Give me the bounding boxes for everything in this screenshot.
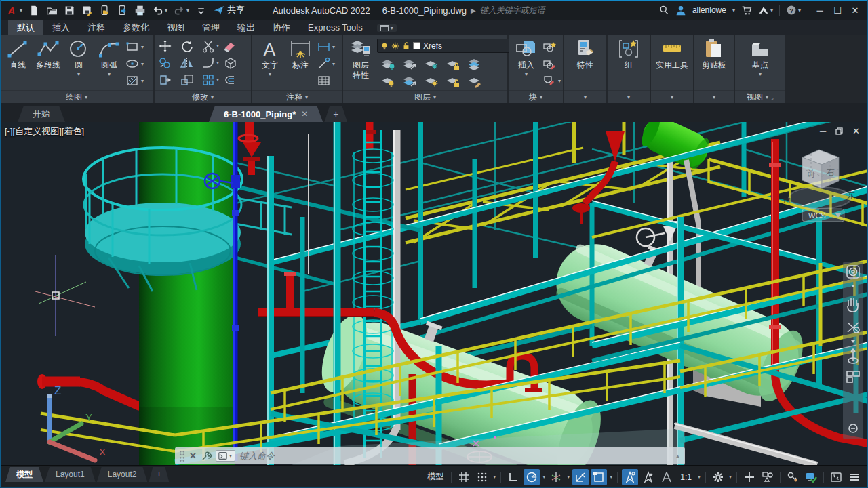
share-button[interactable]: 共享 <box>213 4 245 16</box>
erase-button[interactable] <box>223 39 245 53</box>
ribbon-tab-home[interactable]: 默认 <box>8 20 43 35</box>
user-avatar-icon[interactable] <box>675 5 686 16</box>
help-button[interactable]: ?▾ <box>786 5 801 16</box>
circle-button[interactable]: 圆 ▾ <box>64 37 93 80</box>
viewport-minimize-icon[interactable]: ─ <box>820 126 826 136</box>
scale-button[interactable] <box>180 73 201 87</box>
model-space-button[interactable]: 模型 <box>424 469 447 485</box>
copy-button[interactable] <box>158 56 180 70</box>
ribbon-tab-collaborate[interactable]: 协作 <box>264 20 299 35</box>
rotate-button[interactable] <box>180 39 201 53</box>
chevron-down-icon[interactable]: ▾ <box>609 474 613 480</box>
model-tab[interactable]: 模型 <box>5 467 43 482</box>
ribbon-tab-manage[interactable]: 管理 <box>193 20 229 35</box>
layer-properties-button[interactable]: 图层 特性 <box>347 37 375 81</box>
new-layout-button[interactable]: + <box>149 467 169 482</box>
panel-clipboard-footer[interactable]: ▾ <box>694 90 734 103</box>
command-input[interactable]: 键入命令 <box>239 450 275 462</box>
edit-block-button[interactable] <box>542 56 561 72</box>
qat-customize-button[interactable] <box>195 5 207 16</box>
base-view-button[interactable]: 基点 ▾ <box>746 37 774 80</box>
trim-button[interactable]: ▾ <box>201 39 223 53</box>
close-button[interactable]: ✕ <box>846 5 864 16</box>
ribbon-tab-express[interactable]: Express Tools <box>299 20 372 35</box>
object-snap-toggle[interactable] <box>591 469 607 485</box>
save-button[interactable] <box>64 5 75 16</box>
group-button[interactable]: 组 <box>614 37 643 70</box>
new-file-button[interactable] <box>28 5 40 16</box>
redo-button[interactable]: ▾ <box>174 5 189 16</box>
layer-on-off-button[interactable] <box>380 75 395 88</box>
save-as-button[interactable] <box>81 5 93 16</box>
plot-button[interactable] <box>134 5 146 16</box>
dimension-button[interactable]: 标注 <box>286 37 315 70</box>
text-button[interactable]: A 文字 ▾ <box>256 37 284 80</box>
panel-view-footer[interactable]: 视图▾⌟ <box>735 90 785 103</box>
linear-dimension-button[interactable]: ▾ <box>317 39 335 55</box>
viewport-restore-icon[interactable] <box>835 127 843 135</box>
panel-block-footer[interactable]: 块▾ <box>509 90 563 103</box>
maximize-button[interactable]: ☐ <box>829 5 846 16</box>
grid-display-toggle[interactable] <box>456 469 472 485</box>
3d-object-snap-toggle[interactable] <box>622 469 638 485</box>
chevron-down-icon[interactable]: ▾ <box>492 474 496 480</box>
minimize-button[interactable]: ─ <box>811 5 829 16</box>
panel-launcher-icon[interactable]: ⌟ <box>771 94 774 100</box>
customize-statusbar-button[interactable] <box>846 469 863 485</box>
block-attributes-button[interactable]: ▾ <box>542 73 561 89</box>
ellipse-button[interactable]: ▾ <box>125 56 144 72</box>
measure-button[interactable]: 实用工具 <box>654 37 690 70</box>
app-store-cart-icon[interactable] <box>741 5 752 16</box>
layer-match-button[interactable] <box>467 58 482 71</box>
ortho-toggle[interactable] <box>505 469 521 485</box>
panel-properties-footer[interactable]: ▾ <box>564 90 606 103</box>
ribbon-tab-output[interactable]: 输出 <box>229 20 264 35</box>
layer-freeze-button[interactable] <box>424 58 439 71</box>
line-button[interactable]: 直线 <box>3 37 32 70</box>
layer-change-button[interactable] <box>402 75 417 88</box>
command-history-arrow-icon[interactable]: ▲ <box>675 453 681 460</box>
chevron-down-icon[interactable]: ▾ <box>269 70 271 79</box>
panel-utilities-footer[interactable]: ▾ <box>651 90 693 103</box>
user-name[interactable]: allenlowe <box>692 5 726 15</box>
array-button[interactable]: ▾ <box>201 73 223 87</box>
table-button[interactable] <box>317 73 335 89</box>
move-button[interactable] <box>158 39 180 53</box>
layer-walk-button[interactable] <box>467 75 482 88</box>
command-line[interactable]: ✕ ▾ 键入命令 ▲ <box>175 447 685 464</box>
dynamic-input-toggle[interactable] <box>640 469 656 485</box>
search-icon[interactable] <box>658 5 669 16</box>
app-menu-button[interactable]: A ▾ <box>7 5 22 16</box>
chevron-down-icon[interactable]: ▾ <box>77 70 80 79</box>
object-snap-tracking-toggle[interactable] <box>572 469 589 485</box>
layer-select-combo[interactable]: Xrefs ▾ <box>377 39 524 53</box>
leader-button[interactable]: ▾ <box>317 56 335 72</box>
undo-button[interactable]: ▾ <box>152 5 167 16</box>
isolate-objects-button[interactable] <box>760 469 776 485</box>
ribbon-display-toggle[interactable]: ▾ <box>377 24 397 32</box>
layer-lock-button[interactable] <box>446 58 460 71</box>
model-scene[interactable]: Z Y X 南 东 前 右 WCS <box>0 122 868 465</box>
chevron-down-icon[interactable]: ▾ <box>566 474 570 480</box>
chevron-down-icon[interactable]: ▾ <box>542 474 546 480</box>
chevron-down-icon[interactable]: ▾ <box>525 70 528 79</box>
arc-button[interactable]: 圆弧 ▾ <box>95 37 123 80</box>
chevron-down-icon[interactable]: ▾ <box>108 70 111 79</box>
layout1-tab[interactable]: Layout1 <box>45 467 96 482</box>
panel-layers-footer[interactable]: 图层▾ <box>343 90 507 103</box>
annotation-monitor-button[interactable] <box>741 469 757 485</box>
navigation-bar[interactable] <box>843 262 863 439</box>
panel-draw-footer[interactable]: 绘图▾ <box>0 90 153 103</box>
ribbon-tab-annotate[interactable]: 注释 <box>79 20 114 35</box>
file-tab-start[interactable]: 开始 <box>18 106 65 122</box>
clean-screen-button[interactable] <box>828 469 844 485</box>
command-close-icon[interactable]: ✕ <box>189 451 197 461</box>
wcs-dropdown[interactable]: WCS <box>808 211 826 220</box>
viewport-close-icon[interactable]: ✕ <box>852 126 860 136</box>
search-input[interactable]: 键入关键字或短语 <box>480 5 545 16</box>
layer-thaw-button[interactable] <box>424 75 439 88</box>
snap-mode-toggle[interactable] <box>474 469 490 485</box>
mirror-button[interactable] <box>180 56 201 70</box>
ribbon-tab-insert[interactable]: 插入 <box>43 20 79 35</box>
3d-box-button[interactable] <box>223 56 245 70</box>
